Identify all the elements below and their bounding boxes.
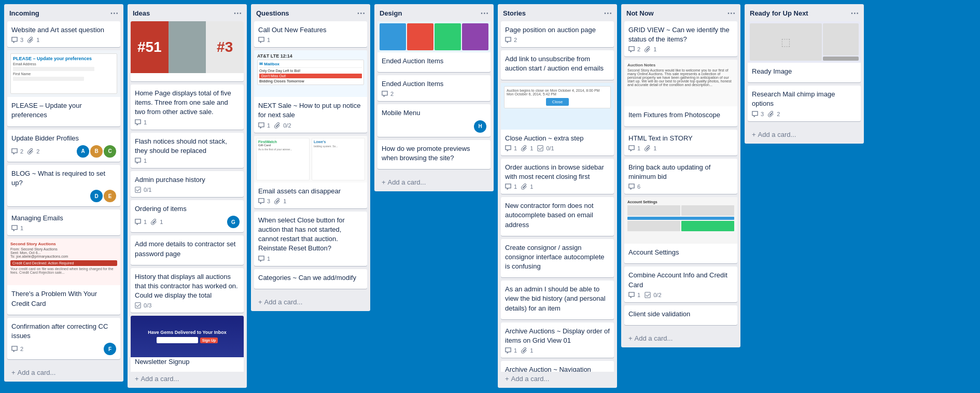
card-q2[interactable]: AT&T LTE 12:14 ✉ Mailbox Only One Day Le…: [254, 50, 367, 132]
attachment-count: 1: [645, 145, 656, 151]
card-s1[interactable]: Page position on auction page 2: [501, 21, 614, 47]
card-r1[interactable]: ⬚ Ready Image: [748, 21, 861, 82]
card-c2[interactable]: PLEASE – Update your preferences Email A…: [7, 50, 120, 126]
column-menu-icon[interactable]: ⋯: [604, 8, 612, 18]
card-n2[interactable]: Auction Notes Second Story Auctions woul…: [624, 60, 737, 126]
card-n7[interactable]: Client side validation: [624, 305, 737, 325]
card-i6[interactable]: Add more details to contractor set passw…: [131, 235, 244, 264]
column-header-incoming: Incoming ⋯: [4, 4, 123, 21]
attachment-count: 1: [151, 219, 163, 225]
column-incoming: Incoming ⋯ Website and Art asset questio…: [4, 4, 123, 382]
comment-count: 1: [505, 145, 517, 151]
attachment-count: 1: [274, 198, 286, 204]
column-menu-icon[interactable]: ⋯: [850, 8, 859, 18]
card-meta: 1 0/2: [258, 122, 363, 129]
column-menu-icon[interactable]: ⋯: [480, 8, 488, 18]
card-title: Flash notices should not stack, they sho…: [135, 137, 240, 156]
card-i2[interactable]: Home Page displays total of five items. …: [131, 85, 244, 130]
card-s9[interactable]: Archive Auction ~ Navigation: [501, 361, 614, 372]
add-card-button-stories[interactable]: + Add a card...: [501, 372, 614, 386]
card-meta: 1 1: [505, 184, 610, 190]
card-i3[interactable]: Flash notices should not stack, they sho…: [131, 133, 244, 168]
card-title: Add more details to contractor set passw…: [135, 240, 240, 258]
card-n6[interactable]: Combine Account Info and Credit Card 1 0…: [624, 266, 737, 302]
card-r2[interactable]: Research Mail chimp image options 3 2: [748, 86, 861, 121]
card-c4[interactable]: BLOG ~ What is required to set up?DE: [7, 165, 120, 206]
avatar: H: [474, 120, 486, 133]
card-c7[interactable]: Confirmation after correcting CC issues …: [7, 318, 120, 359]
column-menu-icon[interactable]: ⋯: [357, 8, 365, 18]
column-menu-icon[interactable]: ⋯: [110, 8, 118, 18]
card-meta: 1 1: [628, 145, 733, 151]
card-s5[interactable]: New contractor form does not autocomplet…: [501, 197, 614, 236]
avatar: E: [104, 190, 116, 202]
column-menu-icon[interactable]: ⋯: [233, 8, 242, 18]
card-meta: 1: [258, 37, 363, 43]
card-meta: H: [382, 120, 486, 133]
add-card-icon: +: [505, 375, 509, 383]
card-meta: 1 1: [505, 347, 610, 354]
card-title: How do we promote previews when browsing…: [382, 144, 486, 163]
card-i7[interactable]: History that displays all auctions that …: [131, 268, 244, 313]
add-card-button-ready[interactable]: + Add a card...: [748, 128, 861, 142]
card-n1[interactable]: GRID VIEW ~ Can we identify the status o…: [624, 21, 737, 57]
card-s3[interactable]: Auction begins to close on Mon October 4…: [501, 83, 614, 156]
card-s8[interactable]: Archive Auctions ~ Display order of item…: [501, 322, 614, 358]
card-d2[interactable]: Ended Auction Items 2: [377, 75, 491, 101]
attachment-count: 1: [645, 46, 656, 52]
card-title: History that displays all auctions that …: [135, 272, 240, 301]
card-s4[interactable]: Order auctions in browse sidebar with mo…: [501, 159, 614, 194]
card-d1[interactable]: Ended Auction Items: [377, 21, 491, 72]
card-title: Ended Auction Items: [382, 79, 486, 89]
add-card-button-incoming[interactable]: + Add a card...: [7, 366, 120, 380]
card-q4[interactable]: When select Close button for auction tha…: [254, 212, 367, 266]
add-card-button-ideas[interactable]: + Add a card...: [131, 372, 244, 386]
card-q1[interactable]: Call Out New Features 1: [254, 21, 367, 47]
card-q3[interactable]: FirstWatch Gift Card As is the first of …: [254, 136, 367, 208]
card-title: Account Settings: [628, 248, 733, 257]
column-menu-icon[interactable]: ⋯: [727, 8, 735, 18]
card-i5[interactable]: Ordering of items 1 1G: [131, 200, 244, 232]
card-n3[interactable]: HTML Text in STORY 1 1: [624, 130, 737, 156]
column-ideas: Ideas ⋯ #51 #3 Home Page displays total …: [128, 4, 247, 388]
card-s2[interactable]: Add link to unsubscribe from auction sta…: [501, 50, 614, 79]
card-s7[interactable]: As an admin I should be able to view the…: [501, 280, 614, 319]
card-meta: 0/3: [135, 302, 240, 308]
card-d4[interactable]: How do we promote previews when browsing…: [377, 140, 491, 169]
card-c6[interactable]: Second Story Auctions From: Second Story…: [7, 238, 120, 314]
add-card-button-not-now[interactable]: + Add a card...: [624, 331, 737, 345]
card-meta: 3 1: [258, 198, 363, 204]
checklist-count: 0/1: [135, 187, 151, 193]
card-s6[interactable]: Create consignor / assign consignor inte…: [501, 239, 614, 278]
card-title: Managing Emails: [11, 214, 116, 223]
column-header-ideas: Ideas ⋯: [128, 4, 247, 21]
card-i1[interactable]: #51 #3: [131, 21, 244, 81]
column-header-stories: Stories ⋯: [498, 4, 617, 21]
card-n4[interactable]: Bring back auto updating of minimum bid …: [624, 159, 737, 194]
add-card-button-design[interactable]: + Add a card...: [377, 175, 491, 189]
column-title-not-now: Not Now: [626, 9, 654, 17]
comment-count: 1: [135, 119, 147, 125]
column-not-now: Not Now ⋯ GRID VIEW ~ Can we identify th…: [621, 4, 740, 347]
add-card-button-questions[interactable]: + Add a card...: [254, 295, 367, 309]
card-i8[interactable]: Have Gems Delivered to Your Inbox Sign U…: [131, 316, 244, 372]
card-c1[interactable]: Website and Art asset question 3 1: [7, 21, 120, 47]
card-title: Ended Auction Items: [382, 57, 486, 66]
card-title: Add link to unsubscribe from auction sta…: [505, 54, 610, 73]
card-c5[interactable]: Managing Emails 1: [7, 209, 120, 235]
card-d3[interactable]: Mobile MenuH: [377, 104, 491, 136]
column-questions: Questions ⋯ Call Out New Features 1 AT&T…: [251, 4, 370, 311]
card-q5[interactable]: Categories ~ Can we add/modify: [254, 269, 367, 289]
column-cards-design: Ended Auction ItemsEnded Auction Items 2…: [374, 21, 494, 175]
card-c3[interactable]: Update Bidder Profiles 2 2ABC: [7, 130, 120, 162]
card-title: Order auctions in browse sidebar with mo…: [505, 163, 610, 181]
card-meta: 2 1: [628, 46, 733, 52]
comment-count: 3: [752, 111, 764, 117]
card-title: Research Mail chimp image options: [752, 90, 857, 108]
column-header-design: Design ⋯: [374, 4, 494, 21]
card-i4[interactable]: Admin purchase history 0/1: [131, 171, 244, 197]
card-title: NEXT Sale ~ How to put up notice for nex…: [258, 101, 363, 120]
comment-count: 3: [258, 198, 270, 204]
avatar: G: [227, 216, 240, 228]
card-n5[interactable]: Account Settings Account Settings: [624, 197, 737, 263]
